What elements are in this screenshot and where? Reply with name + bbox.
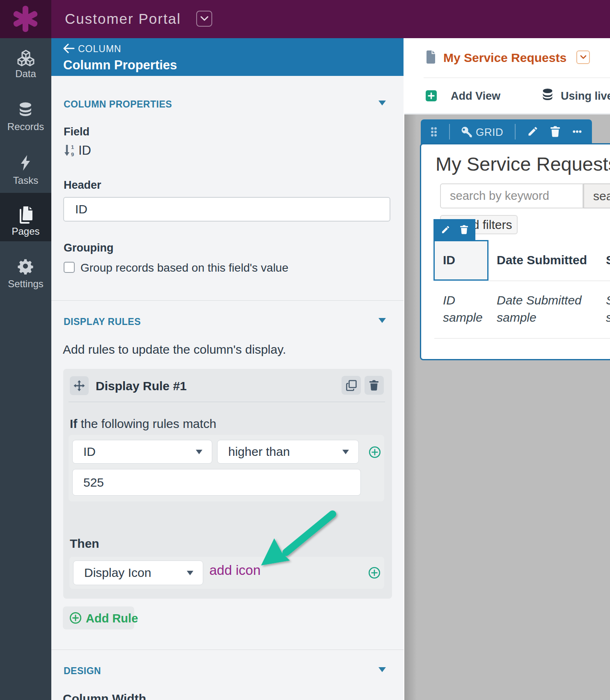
- svg-text:1: 1: [71, 144, 74, 150]
- svg-text:9: 9: [71, 151, 74, 157]
